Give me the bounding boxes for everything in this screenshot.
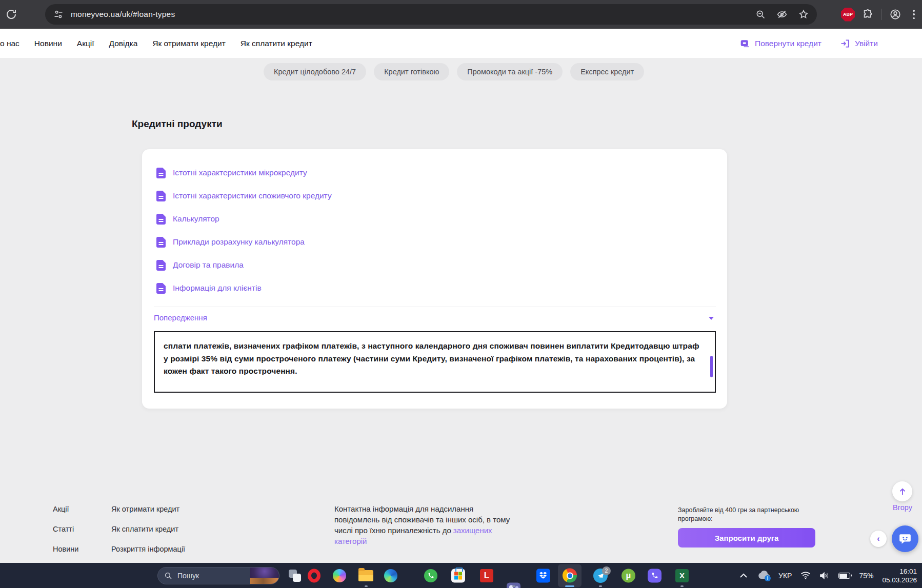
- microsoft-store-icon[interactable]: [451, 569, 465, 582]
- address-bar[interactable]: moneyveo.ua/uk/#loan-types: [45, 4, 817, 25]
- login-button[interactable]: Увійти: [840, 38, 878, 49]
- copilot-icon[interactable]: [333, 569, 346, 582]
- time: 16:01: [882, 567, 917, 576]
- onedrive-icon[interactable]: i: [756, 571, 770, 581]
- zoom-icon[interactable]: [755, 9, 766, 19]
- search-placeholder: Пошук: [177, 572, 199, 580]
- telegram-icon[interactable]: 2: [593, 569, 608, 583]
- windows-taskbar: Пошук L 2 µ X: [0, 563, 922, 588]
- doc-link-micro-credit[interactable]: Істотні характеристики мікрокредиту: [156, 167, 713, 178]
- language-indicator[interactable]: УКР: [778, 572, 792, 580]
- nav-item-promos[interactable]: Акції: [77, 39, 94, 48]
- bookmark-star-icon[interactable]: [798, 9, 809, 19]
- footer-link-articles[interactable]: Статті: [53, 525, 78, 533]
- site-info-icon[interactable]: [53, 9, 64, 19]
- doc-link-agreement-rules[interactable]: Договір та правила: [156, 259, 713, 271]
- opera-icon[interactable]: [308, 569, 320, 582]
- warning-text: сплати платежів, визначених графіком пла…: [164, 340, 701, 378]
- battery-percent: 75%: [859, 572, 873, 580]
- footer-link-news[interactable]: Новини: [53, 545, 78, 553]
- loan-products-card: Істотні характеристики мікрокредиту Істо…: [142, 149, 727, 409]
- screen: moneyveo.ua/uk/#loan-types ABP о нас Нов…: [0, 0, 922, 588]
- edge-icon[interactable]: [384, 569, 397, 582]
- document-icon: [156, 260, 166, 271]
- extensions-puzzle-icon[interactable]: [863, 9, 874, 20]
- excel-icon[interactable]: X: [675, 569, 689, 582]
- document-icon: [156, 168, 166, 178]
- running-indicator: [680, 585, 684, 587]
- whatsapp-icon[interactable]: [424, 569, 437, 582]
- footer-link-promos[interactable]: Акції: [53, 505, 78, 513]
- login-arrow-icon: [840, 38, 850, 49]
- chat-bubble-icon: [898, 532, 912, 545]
- utorrent-icon[interactable]: µ: [622, 569, 635, 582]
- dropbox-icon[interactable]: [536, 569, 550, 582]
- chrome-icon-active[interactable]: [558, 564, 582, 587]
- running-indicator: [365, 585, 368, 587]
- footer-link-disclosure[interactable]: Розкриття інформації: [111, 545, 185, 553]
- url-text[interactable]: moneyveo.ua/uk/#loan-types: [71, 10, 175, 19]
- nav-item-help[interactable]: Довідка: [109, 39, 138, 48]
- viber-icon[interactable]: [648, 569, 662, 582]
- card-divider: [154, 307, 716, 307]
- chevron-down-icon[interactable]: [709, 317, 714, 320]
- chip-promocodes[interactable]: Промокоди та акції -75%: [457, 63, 563, 80]
- scroll-to-top-label[interactable]: Вгору: [891, 503, 914, 512]
- file-explorer-icon[interactable]: [358, 570, 373, 581]
- l-app-icon[interactable]: L: [480, 569, 493, 582]
- telegram-badge: 2: [602, 566, 611, 575]
- search-highlight-image[interactable]: [250, 567, 279, 584]
- chat-collapse-button[interactable]: ‹: [870, 531, 887, 547]
- partner-program-text: Заробляйте від 400 грн за партнерською п…: [678, 506, 806, 523]
- chat-widget-button[interactable]: [892, 525, 918, 552]
- document-icon: [156, 214, 166, 225]
- document-icon: [156, 237, 166, 248]
- adblock-abp-icon[interactable]: ABP: [841, 8, 855, 22]
- warning-section-label[interactable]: Попередження: [154, 313, 207, 322]
- doc-link-calc-examples[interactable]: Приклади розрахунку калькулятора: [156, 236, 713, 248]
- wifi-icon[interactable]: [800, 572, 811, 579]
- nav-item-how-to-pay[interactable]: Як сплатити кредит: [240, 39, 312, 48]
- tray-chevron-up-icon[interactable]: [739, 573, 748, 578]
- toolbar-separator: [881, 9, 882, 20]
- browser-profile-icon[interactable]: [890, 9, 901, 20]
- clock[interactable]: 16:01 05.03.2026: [882, 567, 917, 584]
- quick-filter-chips: Кредит цілодобово 24/7 Кредит готівкою П…: [264, 63, 644, 80]
- return-loan-button[interactable]: Повернути кредит: [740, 38, 821, 49]
- warning-textbox[interactable]: сплати платежів, визначених графіком пла…: [154, 331, 716, 393]
- doc-link-client-info[interactable]: Інформація для клієнтів: [156, 282, 713, 294]
- doc-link-consumer-credit[interactable]: Істотні характеристики споживчого кредит…: [156, 190, 713, 201]
- browser-menu-icon[interactable]: [913, 10, 915, 19]
- footer-column-1: Акції Статті Новини: [53, 505, 78, 553]
- search-icon: [164, 572, 172, 580]
- reload-icon[interactable]: [5, 8, 17, 21]
- volume-icon[interactable]: [819, 572, 830, 580]
- nav-item-news[interactable]: Новини: [34, 39, 62, 48]
- page-title: Кредитні продукти: [132, 118, 223, 130]
- battery-icon[interactable]: [838, 573, 850, 579]
- running-indicator: [512, 585, 515, 587]
- chip-credit-cash[interactable]: Кредит готівкою: [374, 63, 449, 80]
- document-icon: [156, 283, 166, 294]
- nav-item-about[interactable]: о нас: [0, 39, 19, 48]
- arrow-up-icon: [898, 487, 907, 496]
- nav-item-how-to-get[interactable]: Як отримати кредит: [152, 39, 225, 48]
- chrome-active-indicator: [565, 585, 574, 587]
- invite-friend-button[interactable]: Запросити друга: [678, 528, 815, 548]
- doc-link-calculator[interactable]: Калькулятор: [156, 213, 713, 225]
- document-icon: [156, 191, 166, 201]
- preview-hidden-eye-icon[interactable]: [777, 9, 787, 19]
- scrollbar-thumb[interactable]: [710, 356, 713, 377]
- footer-column-2: Як отримати кредит Як сплатити кредит Ро…: [111, 505, 185, 553]
- chip-express-credit[interactable]: Експрес кредит: [570, 63, 644, 80]
- site-navigation: о нас Новини Акції Довідка Як отримати к…: [0, 29, 922, 58]
- footer-link-how-to-get[interactable]: Як отримати кредит: [111, 505, 185, 513]
- start-button-icon[interactable]: [139, 569, 153, 583]
- page-body: Кредит цілодобово 24/7 Кредит готівкою П…: [0, 58, 922, 563]
- taskbar-search-input[interactable]: Пошук: [157, 567, 279, 584]
- footer-link-how-to-pay[interactable]: Як сплатити кредит: [111, 525, 185, 533]
- chip-credit-247[interactable]: Кредит цілодобово 24/7: [264, 63, 366, 80]
- scroll-to-top-button[interactable]: [892, 481, 912, 501]
- task-view-icon[interactable]: [288, 569, 302, 582]
- running-indicator: [599, 585, 602, 587]
